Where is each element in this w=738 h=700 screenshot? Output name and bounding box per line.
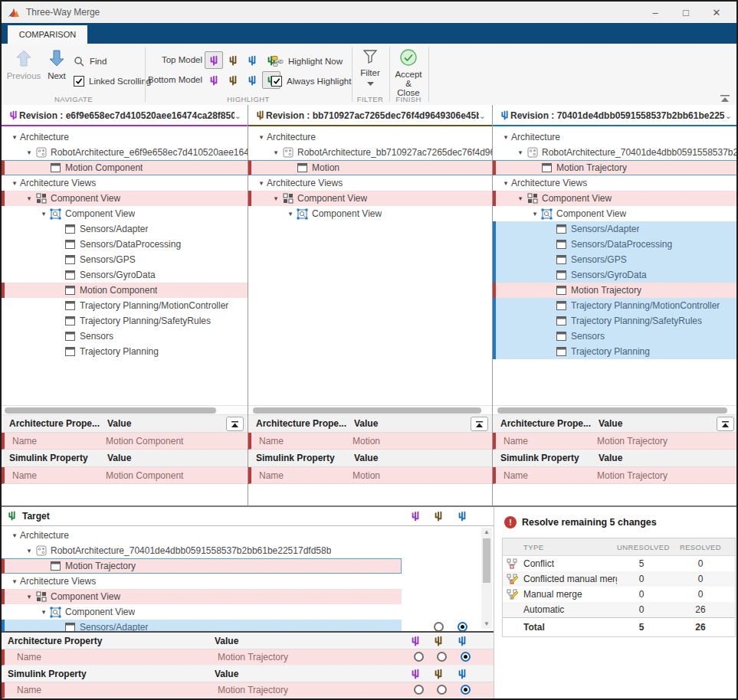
cactus-blue-toggle[interactable] [243, 71, 261, 89]
minimize-button[interactable]: – [640, 7, 671, 18]
property-row[interactable]: NameMotion Trajectory [493, 467, 738, 484]
property-row[interactable]: NameMotion [248, 467, 492, 484]
expander-collapse-icon[interactable]: ▾ [24, 547, 34, 554]
tree-item[interactable]: Trajectory Planning/MotionController [2, 298, 248, 313]
scrollbar-thumb[interactable] [5, 407, 216, 414]
tree-item[interactable]: Motion Component [2, 283, 248, 298]
tree-item[interactable]: Motion Trajectory [2, 558, 494, 574]
merge-property-row[interactable]: NameMotion Trajectory [2, 682, 494, 698]
chevron-down-icon[interactable]: ⌄ [479, 111, 486, 121]
tree-item[interactable]: Sensors/Adapter [2, 221, 248, 237]
expander-collapse-icon[interactable]: ▾ [38, 608, 49, 616]
scrollbar-thumb[interactable] [253, 407, 481, 414]
cactus-blue-toggle[interactable] [243, 51, 261, 69]
highlight-now-button[interactable]: Highlight Now [271, 53, 343, 70]
collapse-properties-button[interactable] [717, 417, 734, 431]
tree-item[interactable]: Sensors/DataProcessing [2, 237, 248, 252]
tree-item[interactable]: Sensors/GyroData [2, 267, 248, 283]
previous-button[interactable]: Previous [6, 48, 41, 80]
always-highlight-checkbox[interactable]: Always Highlight [271, 73, 351, 90]
chevron-down-icon[interactable]: ⌄ [725, 111, 732, 121]
tree-item[interactable]: ▾Component View [493, 206, 738, 221]
tree-item[interactable]: ▾Component View [2, 589, 494, 604]
tree-item[interactable]: ▾Component View [2, 604, 494, 620]
tree-item[interactable]: Sensors [493, 329, 738, 344]
tree-item[interactable]: Sensors/GPS [493, 252, 738, 267]
tree-item[interactable]: ▾Component View [2, 206, 248, 221]
expander-collapse-icon[interactable]: ▾ [515, 149, 526, 156]
merge-choice-radio-purple[interactable] [414, 652, 424, 662]
tree-item[interactable]: ▾Component View [248, 206, 492, 221]
expander-collapse-icon[interactable]: ▾ [285, 210, 296, 218]
tree-item[interactable]: ▾Component View [493, 191, 738, 206]
maximize-button[interactable]: □ [671, 7, 701, 18]
tree-item[interactable]: ▾Architecture [493, 129, 738, 145]
tree-item[interactable]: Sensors [2, 329, 248, 344]
expander-collapse-icon[interactable]: ▾ [515, 195, 526, 202]
expander-collapse-icon[interactable]: ▾ [500, 179, 511, 187]
property-row[interactable]: NameMotion Trajectory [493, 433, 738, 450]
merge-choice-radio-blue[interactable] [458, 622, 467, 631]
property-row[interactable]: NameMotion [248, 433, 492, 450]
property-row[interactable]: NameMotion Component [2, 467, 248, 484]
cactus-purple-toggle[interactable] [205, 71, 223, 89]
expander-collapse-icon[interactable]: ▾ [24, 593, 34, 600]
merge-property-row[interactable]: NameMotion Trajectory [2, 649, 494, 666]
tree-item[interactable]: Trajectory Planning/SafetyRules [2, 313, 248, 329]
accept-close-button[interactable]: Accept & Close [391, 48, 426, 97]
tree-item[interactable]: ▾Component View [2, 191, 248, 206]
revision-header[interactable]: Revision : e6f9e658ec7d410520aee16474ca2… [2, 105, 248, 126]
expander-collapse-icon[interactable]: ▾ [9, 179, 20, 187]
merge-choice-radio-brown[interactable] [434, 622, 444, 631]
tree-item[interactable]: ▾RobotArchitecture_e6f9e658ec7d410520aee… [2, 145, 248, 160]
tree-item[interactable]: Sensors/DataProcessing [493, 237, 738, 252]
tree-item[interactable]: ▾Component View [248, 191, 492, 206]
merge-choice-radio-brown[interactable] [437, 652, 447, 662]
collapse-ribbon-icon[interactable] [720, 93, 730, 102]
cactus-brown-toggle[interactable] [224, 51, 242, 69]
expander-collapse-icon[interactable]: ▾ [530, 210, 540, 218]
tree-item[interactable]: Trajectory Planning/SafetyRules [493, 313, 738, 329]
tree-item[interactable]: ▾Architecture [2, 528, 494, 543]
horizontal-scrollbar[interactable] [248, 405, 492, 415]
tree-item[interactable]: Motion [248, 160, 492, 175]
horizontal-scrollbar[interactable] [493, 405, 738, 415]
tree-item[interactable]: Motion Trajectory [493, 160, 738, 175]
tree-item[interactable]: Trajectory Planning [493, 344, 738, 359]
tree-item[interactable]: ▾Architecture Views [2, 574, 494, 589]
tree-item[interactable]: ▾Architecture Views [493, 175, 738, 191]
expander-collapse-icon[interactable]: ▾ [9, 577, 20, 585]
find-button[interactable]: Find [74, 53, 107, 70]
merge-choice-radio-blue[interactable] [461, 652, 471, 662]
tree-item[interactable]: ▾Architecture [248, 129, 492, 145]
merge-choice-radio-purple[interactable] [414, 685, 424, 695]
chevron-down-icon[interactable]: ⌄ [235, 111, 241, 121]
merge-choice-radio-brown[interactable] [437, 685, 447, 695]
tree-item[interactable]: Sensors/Adapter [493, 221, 738, 237]
tree-item[interactable]: Trajectory Planning [2, 344, 248, 359]
tab-comparison[interactable]: COMPARISON [8, 25, 87, 44]
expander-collapse-icon[interactable]: ▾ [24, 195, 34, 202]
expander-collapse-icon[interactable]: ▾ [271, 195, 281, 202]
expander-collapse-icon[interactable]: ▾ [24, 149, 34, 156]
merge-choice-radio-blue[interactable] [461, 685, 471, 695]
revision-header[interactable]: Revision : bb710927ac7265dec76f4d9649306… [248, 105, 492, 126]
revision-header[interactable]: Revision : 70401de4dbb0591558537b2bb61be… [493, 105, 738, 126]
expander-collapse-icon[interactable]: ▾ [256, 133, 267, 141]
tree-item[interactable]: Sensors/GPS [2, 252, 248, 267]
tree-item[interactable]: ▾Architecture Views [248, 175, 492, 191]
expander-collapse-icon[interactable]: ▾ [9, 532, 20, 539]
tree-item[interactable]: Trajectory Planning/MotionController [493, 298, 738, 313]
horizontal-scrollbar[interactable] [2, 405, 248, 415]
close-button[interactable]: ✕ [701, 7, 732, 18]
tree-item[interactable]: ▾RobotArchitecture_70401de4dbb0591558537… [2, 543, 494, 558]
scrollbar-thumb[interactable] [497, 407, 727, 414]
collapse-properties-button[interactable] [471, 417, 488, 431]
tree-item[interactable]: ▾RobotArchitecture_70401de4dbb0591558537… [493, 145, 738, 160]
tree-item[interactable]: ▾RobotArchitecture_bb710927ac7265dec76f4… [248, 145, 492, 160]
expander-collapse-icon[interactable]: ▾ [271, 149, 281, 156]
tree-item[interactable]: Sensors/GyroData [493, 267, 738, 283]
property-row[interactable]: NameMotion Component [2, 433, 248, 450]
tree-item[interactable]: Motion Trajectory [493, 283, 738, 298]
collapse-properties-button[interactable] [226, 417, 244, 431]
